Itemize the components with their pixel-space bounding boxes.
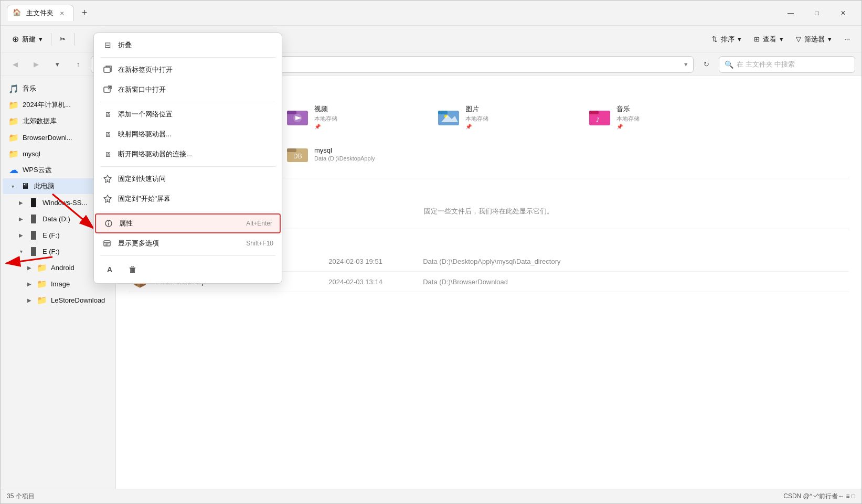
music-folder-sub: 本地存储: [616, 115, 640, 123]
toolbar-sep-2: [74, 33, 75, 46]
wps-cloud-icon: ☁: [9, 165, 18, 175]
new-icon: ⊕: [12, 34, 19, 44]
menu-item-properties[interactable]: 属性 Alt+Enter: [95, 213, 281, 233]
sidebar-android-label: Android: [51, 264, 75, 272]
filter-dropdown-icon: ▾: [828, 35, 832, 43]
music-pin: 📌: [616, 124, 640, 130]
new-button[interactable]: ⊕ 新建 ▾: [7, 31, 48, 47]
sort-button[interactable]: ⇅ 排序 ▾: [707, 31, 747, 47]
pictures-folder-icon: [437, 105, 460, 128]
windows-expand-arrow: ▶: [17, 199, 25, 206]
sidebar-browserdown-label: BrowserDownl...: [23, 134, 72, 142]
menu-item-add-network[interactable]: 🖥 添加一个网络位置: [94, 104, 282, 124]
folder-item-music[interactable]: ♪ 音乐 本地存储 📌: [582, 100, 729, 134]
thispc-expand-arrow: ▾: [9, 183, 16, 190]
recent-file-date-2: 2024-02-03 13:14: [324, 272, 419, 292]
image-icon: 📁: [37, 279, 47, 288]
folder-item-video[interactable]: 视频 本地存储 📌: [280, 100, 427, 134]
android-expand-arrow: ▶: [26, 264, 33, 271]
more-options-shortcut: Shift+F10: [246, 240, 273, 247]
menu-bottom-row: A 🗑: [94, 258, 282, 281]
sidebar-wps-label: WPS云盘: [23, 165, 52, 175]
sidebar-e-f2-label: E (F:): [42, 248, 60, 255]
sidebar-image-label: Image: [51, 280, 70, 288]
sidebar-windows-label: Windows-SS...: [42, 199, 87, 207]
delete-bottom-icon[interactable]: 🗑: [125, 262, 140, 277]
main-tab[interactable]: 🏠 主文件夹 ✕: [7, 5, 74, 21]
music-icon: 🎵: [9, 84, 18, 93]
sidebar-music-label: 音乐: [23, 84, 36, 93]
disconnect-drive-icon: 🖥: [102, 149, 113, 159]
menu-item-fold[interactable]: ⊟ 折叠: [94, 35, 282, 55]
maximize-button[interactable]: □: [805, 5, 829, 22]
open-tab-icon: [102, 65, 113, 75]
menu-item-disconnect-drive[interactable]: 🖥 断开网络驱动器的连接...: [94, 144, 282, 164]
search-icon: 🔍: [725, 60, 733, 69]
view-button[interactable]: ⊞ 查看 ▾: [749, 31, 789, 47]
new-tab-button[interactable]: +: [76, 5, 93, 22]
pictures-name: 图片: [465, 104, 488, 114]
context-menu: ⊟ 折叠 在新标签页中打开 在新窗口中打开 🖥 添加一个网络位置 �: [93, 33, 282, 284]
filter-button[interactable]: ▽ 筛选器 ▾: [791, 31, 837, 47]
menu-item-map-drive[interactable]: 🖥 映射网络驱动器...: [94, 124, 282, 144]
more-options-label: 显示更多选项: [118, 239, 159, 248]
back-button[interactable]: ◀: [7, 56, 24, 73]
tab-close-button[interactable]: ✕: [58, 9, 66, 17]
status-bar: 35 个项目 CSDN @^~^前行者～ ≡ □: [1, 489, 861, 503]
properties-shortcut: Alt+Enter: [246, 220, 272, 227]
menu-item-pin-start[interactable]: 固定到"开始"屏幕: [94, 189, 282, 209]
menu-sep-3: [100, 166, 275, 167]
svg-text:♪: ♪: [595, 114, 600, 124]
refresh-button[interactable]: ↻: [698, 56, 715, 73]
folder-item-mysql[interactable]: DB mysql Data (D:)\DesktopApply: [280, 138, 427, 169]
menu-item-more-options[interactable]: 显示更多选项 Shift+F10: [94, 233, 282, 253]
pin-quick-label: 固定到快速访问: [118, 174, 166, 184]
up-button[interactable]: ↑: [70, 56, 87, 73]
open-window-label: 在新窗口中打开: [118, 85, 166, 94]
menu-item-open-tab[interactable]: 在新标签页中打开: [94, 60, 282, 80]
folder-2024-icon: 📁: [9, 100, 18, 110]
dropdown-button[interactable]: ▾: [49, 56, 66, 73]
menu-item-open-window[interactable]: 在新窗口中打开: [94, 80, 282, 100]
thispc-icon: 🖥: [20, 181, 30, 191]
filter-label: 筛选器: [804, 35, 825, 44]
translate-bottom-icon[interactable]: A: [102, 262, 117, 277]
sidebar-item-lestore[interactable]: ▶ 📁 LeStoreDownload: [3, 292, 113, 308]
music-folder-name: 音乐: [616, 104, 640, 114]
recent-file-path-1: Data (D:)\DesktopApply\mysql\Data_direct…: [419, 251, 849, 272]
minimize-button[interactable]: —: [779, 5, 803, 22]
new-dropdown-icon: ▾: [39, 35, 42, 43]
item-count: 35 个项目: [7, 492, 35, 501]
close-button[interactable]: ✕: [831, 5, 855, 22]
e-f-icon: █: [29, 230, 38, 240]
cut-icon: ✂: [60, 35, 66, 43]
cut-button[interactable]: ✂: [55, 32, 71, 46]
pin-start-icon: [102, 194, 113, 204]
video-sub: 本地存储: [314, 115, 337, 123]
sidebar-e-f-label: E (F:): [42, 231, 60, 239]
fold-icon: ⊟: [102, 40, 113, 50]
menu-sep-1: [100, 57, 275, 58]
sidebar-mysql-label: mysql: [23, 150, 40, 158]
forward-button[interactable]: ▶: [28, 56, 45, 73]
add-network-label: 添加一个网络位置: [118, 110, 173, 119]
folder-item-pictures[interactable]: 图片 本地存储 📌: [431, 100, 578, 134]
recent-file-date-1: 2024-02-03 19:51: [324, 251, 419, 272]
menu-sep-4: [100, 211, 275, 211]
image-expand-arrow: ▶: [26, 280, 33, 287]
properties-label: 属性: [119, 219, 133, 228]
data-d-icon: █: [29, 214, 38, 223]
map-drive-label: 映射网络驱动器...: [118, 130, 172, 139]
open-window-icon: [102, 84, 113, 95]
e-f2-icon: █: [29, 246, 38, 256]
search-placeholder: 在 主文件夹 中搜索: [737, 60, 795, 69]
more-button[interactable]: ···: [839, 32, 855, 46]
filter-icon: ▽: [796, 35, 801, 43]
menu-item-pin-quick[interactable]: 固定到快速访问: [94, 169, 282, 189]
svg-rect-10: [438, 111, 448, 114]
mysql-folder-info: mysql Data (D:)\DesktopApply: [314, 146, 375, 162]
search-box[interactable]: 🔍 在 主文件夹 中搜索: [719, 56, 855, 73]
mysql-folder-name: mysql: [314, 146, 375, 154]
sidebar-thispc-label: 此电脑: [34, 181, 55, 191]
sidebar-beijiao-label: 北郊数据库: [23, 116, 57, 126]
